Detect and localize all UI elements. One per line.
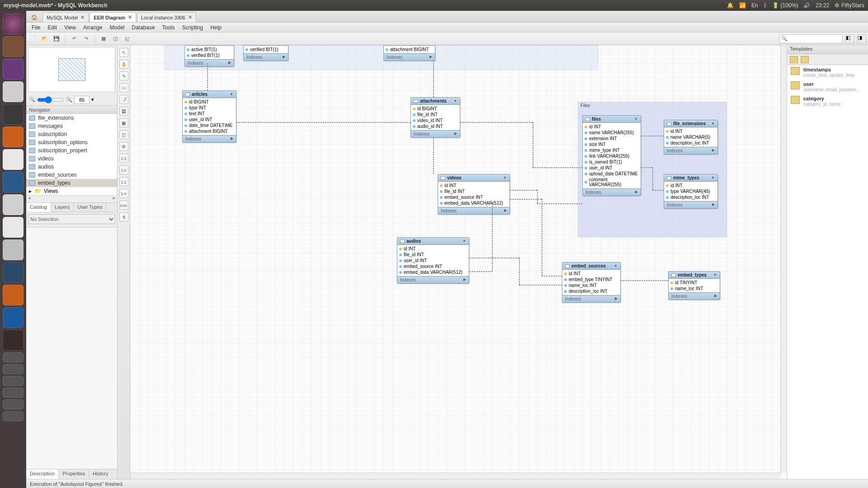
launcher-running1-icon[interactable] [3,352,24,362]
column-row[interactable]: description_loc INT [564,288,618,294]
zoom-in-icon[interactable]: 🔍 [66,97,72,103]
layer-tool-icon[interactable]: ▭ [119,83,128,92]
template-item[interactable]: userusername, email, passwor... [787,80,868,94]
column-row[interactable]: user_id INT [184,117,234,122]
tab-close-icon[interactable]: ✕ [128,14,132,20]
column-row[interactable]: type INT [184,105,234,111]
column-row[interactable]: active BIT(1) [187,47,232,52]
launcher-files-icon[interactable] [3,36,24,57]
column-row[interactable]: description_loc INT [666,194,716,200]
column-row[interactable]: file_id INT [413,112,458,117]
column-row[interactable]: text INT [184,111,234,117]
search-input[interactable] [779,34,843,43]
column-row[interactable]: video_id INT [413,117,458,123]
table-files[interactable]: files▼ id INTname VARCHAR(255)extension … [582,115,641,196]
column-row[interactable]: extension INT [585,136,639,141]
launcher-chromium-icon[interactable] [3,285,24,305]
rel-11-nonid-tool[interactable]: 1:1 [119,154,128,163]
column-row[interactable]: verified BIT(1) [245,47,286,52]
canvas-vscrollbar[interactable] [780,45,787,473]
image-tool-icon[interactable]: 🖼 [119,107,128,116]
column-row[interactable]: name VARCHAR(255) [585,130,639,136]
table-embed-sources[interactable]: embed_sources▼ id INTembed_type TINYINTn… [562,262,621,303]
pointer-tool-icon[interactable]: ↖ [119,48,128,57]
column-row[interactable]: id BIGINT [184,99,234,105]
note-tool-icon[interactable]: 📝 [119,95,128,104]
rel-1n-id-tool[interactable]: 1:n [119,189,128,198]
menu-tools[interactable]: Tools [159,24,179,31]
launcher-running3-icon[interactable] [3,376,24,386]
zoom-out-icon[interactable]: 🔍 [29,97,35,103]
column-row[interactable]: name_loc INT [670,286,718,291]
session-menu[interactable]: ⚙ FiftyStars [835,2,864,9]
sound-icon[interactable]: 🔊 [803,2,810,9]
battery-indicator[interactable]: 🔋 (100%) [772,2,798,9]
column-row[interactable]: link VARCHAR(255) [585,153,639,159]
table-tool-icon[interactable]: ▦ [119,118,128,127]
column-row[interactable]: description_loc INT [666,140,716,146]
wifi-icon[interactable]: 📶 [739,2,746,9]
column-row[interactable]: name VARCHAR(5) [666,134,716,140]
menu-model[interactable]: Model [106,24,128,31]
bottom-tab-description[interactable]: Description [26,469,59,479]
catalog-item[interactable]: messages [26,122,117,130]
keyboard-lang[interactable]: En [751,2,758,9]
column-row[interactable]: upload_date DATETIME [585,171,639,177]
catalog-tree[interactable]: file_extensionsmessagessubscriptionsubsc… [26,114,117,195]
clock[interactable]: 23:22 [816,2,829,9]
template-item[interactable]: categorycategory_id, name [787,94,868,108]
align-icon[interactable]: ◫ [110,34,120,44]
column-row[interactable]: mime_type INT [585,147,639,153]
launcher-terminal-icon[interactable] [3,330,24,351]
connection-tab[interactable]: Local instance 3306✕ [137,12,196,22]
table-embed-types[interactable]: embed_types▼ id TINYINTname_loc INT Inde… [668,271,720,300]
bottom-tab-history[interactable]: History [89,469,112,479]
bottom-tab-properties[interactable]: Properties [59,469,89,479]
catalog-item[interactable]: embed_types [26,179,117,187]
column-row[interactable]: user_id INT [399,258,467,263]
table-audios[interactable]: audios▼ id INTfile_id INTuser_id INTembe… [397,237,469,284]
catalog-item[interactable]: embed_sources [26,171,117,179]
column-row[interactable]: is_owned BIT(1) [585,159,639,165]
rel-nm-tool[interactable]: n:m [119,201,128,210]
launcher-chrome-icon[interactable] [3,149,24,170]
menu-view[interactable]: View [61,24,80,31]
launcher-archive-icon[interactable] [3,104,24,125]
column-row[interactable]: id TINYINT [670,280,718,286]
nav-tab-user-types[interactable]: User Types [74,203,106,212]
menu-scripting[interactable]: Scripting [179,24,207,31]
table-fragment3[interactable]: attachment BIGINT Indexes▶ [383,45,435,61]
undo-icon[interactable]: ↶ [69,34,79,44]
column-row[interactable]: id INT [440,183,508,188]
table-fragment2[interactable]: verified BIT(1) Indexes▶ [243,45,288,61]
menu-database[interactable]: Database [128,24,158,31]
catalog-item[interactable]: file_extensions [26,114,117,122]
column-row[interactable]: id INT [399,246,467,252]
launcher-app-icon[interactable] [3,59,24,80]
rel-existing-tool[interactable]: ↯ [119,212,128,221]
column-row[interactable]: id INT [666,128,716,134]
menu-file[interactable]: File [28,24,44,31]
canvas-hscrollbar[interactable] [130,473,780,479]
zoom-dropdown-icon[interactable]: ▾ [91,97,94,103]
rel-1n-nonid-tool[interactable]: 1:n [119,165,128,174]
column-row[interactable]: attachment BIGINT [184,128,234,134]
selection-dropdown[interactable]: No Selection [28,214,115,224]
expand-icon[interactable]: ▸ [29,188,32,194]
column-row[interactable]: date_time DATETIME [184,122,234,128]
menu-arrange[interactable]: Arrange [80,24,106,31]
catalog-item[interactable]: subscription_propert [26,146,117,155]
notation-icon[interactable]: ◱ [122,34,132,44]
template-item[interactable]: timestampscreate_time, update_time [787,65,868,80]
bluetooth-icon[interactable]: ᛒ [764,2,767,9]
template-new-icon[interactable] [790,56,798,63]
catalog-item[interactable]: videos [26,155,117,163]
template-manage-icon[interactable] [801,56,809,63]
column-row[interactable]: name_loc INT [564,282,618,288]
column-row[interactable]: id INT [564,271,618,277]
nav-tab-layers[interactable]: Layers [51,203,74,212]
toggle-secondary-icon[interactable]: ◨ [857,34,866,43]
catalog-item[interactable]: subscription [26,130,117,138]
column-row[interactable]: file_id INT [440,188,508,194]
column-row[interactable]: comment VARCHAR(255) [585,177,639,188]
